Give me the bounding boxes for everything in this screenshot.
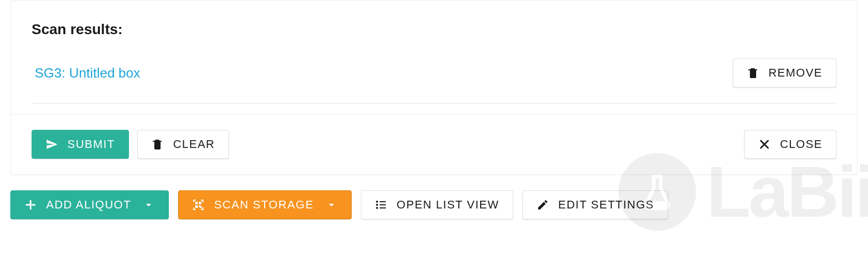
- scan-results-title: Scan results:: [32, 21, 836, 38]
- result-row: SG3: Untitled box REMOVE: [32, 58, 836, 103]
- panel-footer: SUBMIT CLEAR CLOSE: [11, 114, 857, 174]
- svg-rect-9: [380, 204, 386, 205]
- bottom-toolbar: ADD ALIQUOT SCAN STORAGE OPEN LIST VIEW …: [0, 190, 868, 230]
- open-list-view-button[interactable]: OPEN LIST VIEW: [361, 190, 513, 219]
- svg-rect-0: [196, 202, 197, 204]
- send-icon: [46, 138, 58, 151]
- add-aliquot-label: ADD ALIQUOT: [46, 198, 131, 212]
- clear-label: CLEAR: [173, 138, 215, 151]
- close-icon: [758, 138, 771, 151]
- result-link[interactable]: SG3: Untitled box: [32, 65, 140, 81]
- scan-storage-button[interactable]: SCAN STORAGE: [178, 190, 351, 219]
- edit-settings-button[interactable]: EDIT SETTINGS: [523, 190, 668, 219]
- svg-point-7: [376, 207, 378, 209]
- submit-button[interactable]: SUBMIT: [32, 130, 129, 159]
- scan-storage-label: SCAN STORAGE: [214, 198, 313, 212]
- remove-label: REMOVE: [769, 66, 822, 80]
- add-aliquot-button[interactable]: ADD ALIQUOT: [10, 190, 169, 219]
- edit-settings-label: EDIT SETTINGS: [558, 198, 654, 212]
- caret-down-icon: [142, 199, 155, 211]
- caret-down-icon: [325, 199, 338, 211]
- svg-rect-2: [196, 206, 197, 207]
- remove-wrap: REMOVE: [733, 58, 836, 87]
- list-icon: [375, 199, 387, 211]
- close-button[interactable]: CLOSE: [744, 130, 836, 159]
- scan-results-panel: Scan results: SG3: Untitled box REMOVE S…: [10, 0, 858, 175]
- footer-right: CLOSE: [744, 130, 836, 159]
- close-label: CLOSE: [780, 138, 822, 151]
- svg-rect-10: [380, 207, 386, 208]
- submit-label: SUBMIT: [67, 138, 115, 151]
- remove-button[interactable]: REMOVE: [733, 58, 836, 87]
- svg-point-6: [376, 204, 378, 206]
- pencil-icon: [537, 199, 549, 211]
- trash-icon: [151, 138, 164, 151]
- svg-rect-8: [380, 201, 386, 202]
- svg-rect-1: [199, 202, 201, 204]
- trash-icon: [747, 67, 759, 79]
- svg-rect-4: [200, 207, 201, 208]
- plus-icon: [24, 199, 37, 211]
- open-list-label: OPEN LIST VIEW: [397, 198, 499, 212]
- clear-button[interactable]: CLEAR: [137, 130, 229, 159]
- svg-point-5: [376, 201, 378, 203]
- qr-scan-icon: [192, 199, 205, 211]
- panel-body: Scan results: SG3: Untitled box REMOVE: [11, 1, 857, 114]
